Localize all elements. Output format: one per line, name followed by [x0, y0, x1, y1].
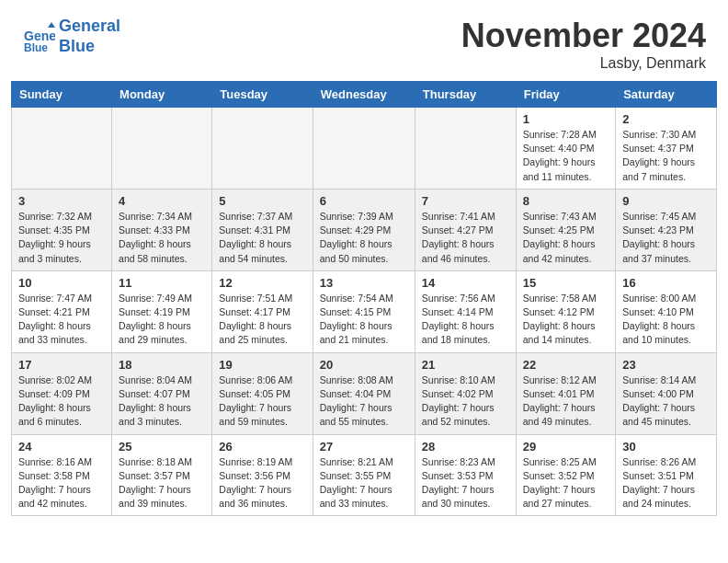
day-number: 1: [523, 112, 609, 126]
day-number: 21: [422, 358, 509, 372]
calendar-week-row: 10Sunrise: 7:47 AM Sunset: 4:21 PM Dayli…: [12, 270, 717, 352]
day-info: Sunrise: 8:00 AM Sunset: 4:10 PM Dayligh…: [622, 292, 710, 348]
page-header: General Blue General Blue November 2024 …: [0, 0, 728, 81]
day-info: Sunrise: 7:43 AM Sunset: 4:25 PM Dayligh…: [523, 210, 609, 266]
day-info: Sunrise: 7:30 AM Sunset: 4:37 PM Dayligh…: [622, 128, 710, 184]
calendar-cell: [112, 108, 212, 190]
weekday-header: Friday: [516, 82, 615, 108]
calendar-cell: 22Sunrise: 8:12 AM Sunset: 4:01 PM Dayli…: [516, 352, 615, 434]
calendar-cell: 28Sunrise: 8:23 AM Sunset: 3:53 PM Dayli…: [415, 434, 516, 516]
weekday-header: Wednesday: [313, 82, 415, 108]
svg-text:Blue: Blue: [24, 41, 48, 53]
day-info: Sunrise: 8:04 AM Sunset: 4:07 PM Dayligh…: [119, 373, 205, 430]
calendar-cell: 17Sunrise: 8:02 AM Sunset: 4:09 PM Dayli…: [12, 352, 112, 434]
day-number: 15: [523, 276, 609, 290]
day-info: Sunrise: 7:34 AM Sunset: 4:33 PM Dayligh…: [119, 210, 205, 266]
calendar-cell: 11Sunrise: 7:49 AM Sunset: 4:19 PM Dayli…: [112, 270, 212, 352]
logo: General Blue General Blue: [22, 17, 120, 56]
day-info: Sunrise: 7:41 AM Sunset: 4:27 PM Dayligh…: [422, 210, 509, 266]
day-info: Sunrise: 7:51 AM Sunset: 4:17 PM Dayligh…: [219, 292, 305, 348]
day-info: Sunrise: 7:58 AM Sunset: 4:12 PM Dayligh…: [523, 292, 609, 348]
day-info: Sunrise: 8:19 AM Sunset: 3:56 PM Dayligh…: [219, 455, 305, 511]
calendar-cell: 13Sunrise: 7:54 AM Sunset: 4:15 PM Dayli…: [313, 270, 415, 352]
day-info: Sunrise: 8:02 AM Sunset: 4:09 PM Dayligh…: [18, 373, 105, 430]
day-number: 20: [320, 358, 408, 372]
day-number: 11: [119, 276, 205, 290]
day-number: 18: [119, 358, 205, 372]
day-number: 22: [523, 358, 609, 372]
location: Lasby, Denmark: [461, 55, 706, 72]
day-number: 2: [622, 112, 710, 126]
day-info: Sunrise: 7:45 AM Sunset: 4:23 PM Dayligh…: [622, 210, 710, 266]
day-number: 12: [219, 276, 305, 290]
day-number: 9: [622, 194, 710, 208]
calendar-cell: 9Sunrise: 7:45 AM Sunset: 4:23 PM Daylig…: [616, 189, 717, 270]
day-number: 17: [18, 358, 105, 372]
day-info: Sunrise: 8:12 AM Sunset: 4:01 PM Dayligh…: [523, 373, 609, 430]
calendar-cell: 14Sunrise: 7:56 AM Sunset: 4:14 PM Dayli…: [415, 270, 516, 352]
weekday-header: Sunday: [12, 82, 112, 108]
calendar-cell: 10Sunrise: 7:47 AM Sunset: 4:21 PM Dayli…: [12, 270, 112, 352]
calendar-container: SundayMondayTuesdayWednesdayThursdayFrid…: [0, 81, 728, 527]
calendar-cell: 8Sunrise: 7:43 AM Sunset: 4:25 PM Daylig…: [516, 189, 615, 270]
day-number: 19: [219, 358, 305, 372]
day-info: Sunrise: 7:28 AM Sunset: 4:40 PM Dayligh…: [523, 128, 609, 184]
calendar-cell: [212, 108, 313, 190]
calendar-week-row: 3Sunrise: 7:32 AM Sunset: 4:35 PM Daylig…: [12, 189, 717, 270]
month-title: November 2024: [461, 17, 706, 55]
calendar-cell: [415, 108, 516, 190]
calendar-cell: 20Sunrise: 8:08 AM Sunset: 4:04 PM Dayli…: [313, 352, 415, 434]
day-number: 30: [622, 440, 710, 454]
day-info: Sunrise: 8:21 AM Sunset: 3:55 PM Dayligh…: [320, 455, 408, 511]
calendar-cell: [313, 108, 415, 190]
calendar-cell: 2Sunrise: 7:30 AM Sunset: 4:37 PM Daylig…: [616, 108, 717, 190]
day-info: Sunrise: 8:14 AM Sunset: 4:00 PM Dayligh…: [622, 373, 710, 430]
day-info: Sunrise: 7:39 AM Sunset: 4:29 PM Dayligh…: [320, 210, 408, 266]
day-number: 6: [320, 194, 408, 208]
day-number: 16: [622, 276, 710, 290]
calendar-cell: 18Sunrise: 8:04 AM Sunset: 4:07 PM Dayli…: [112, 352, 212, 434]
day-number: 29: [523, 440, 609, 454]
calendar-cell: 12Sunrise: 7:51 AM Sunset: 4:17 PM Dayli…: [212, 270, 313, 352]
day-info: Sunrise: 8:26 AM Sunset: 3:51 PM Dayligh…: [622, 455, 710, 511]
day-info: Sunrise: 8:25 AM Sunset: 3:52 PM Dayligh…: [523, 455, 609, 511]
calendar-cell: 19Sunrise: 8:06 AM Sunset: 4:05 PM Dayli…: [212, 352, 313, 434]
calendar-cell: 25Sunrise: 8:18 AM Sunset: 3:57 PM Dayli…: [112, 434, 212, 516]
day-number: 5: [219, 194, 305, 208]
calendar-cell: 29Sunrise: 8:25 AM Sunset: 3:52 PM Dayli…: [516, 434, 615, 516]
day-info: Sunrise: 8:18 AM Sunset: 3:57 PM Dayligh…: [119, 455, 205, 511]
day-number: 28: [422, 440, 509, 454]
calendar-cell: 6Sunrise: 7:39 AM Sunset: 4:29 PM Daylig…: [313, 189, 415, 270]
day-info: Sunrise: 8:10 AM Sunset: 4:02 PM Dayligh…: [422, 373, 509, 430]
day-number: 8: [523, 194, 609, 208]
logo-general: General: [59, 17, 120, 37]
calendar-week-row: 24Sunrise: 8:16 AM Sunset: 3:58 PM Dayli…: [12, 434, 717, 516]
day-number: 13: [320, 276, 408, 290]
calendar-cell: 26Sunrise: 8:19 AM Sunset: 3:56 PM Dayli…: [212, 434, 313, 516]
calendar-header-row: SundayMondayTuesdayWednesdayThursdayFrid…: [12, 82, 717, 108]
day-number: 3: [18, 194, 105, 208]
day-info: Sunrise: 7:32 AM Sunset: 4:35 PM Dayligh…: [18, 210, 105, 266]
svg-marker-2: [48, 22, 55, 28]
calendar-cell: 21Sunrise: 8:10 AM Sunset: 4:02 PM Dayli…: [415, 352, 516, 434]
day-info: Sunrise: 7:37 AM Sunset: 4:31 PM Dayligh…: [219, 210, 305, 266]
calendar-cell: 7Sunrise: 7:41 AM Sunset: 4:27 PM Daylig…: [415, 189, 516, 270]
day-info: Sunrise: 8:08 AM Sunset: 4:04 PM Dayligh…: [320, 373, 408, 430]
calendar-table: SundayMondayTuesdayWednesdayThursdayFrid…: [11, 81, 717, 516]
day-number: 4: [119, 194, 205, 208]
day-info: Sunrise: 7:54 AM Sunset: 4:15 PM Dayligh…: [320, 292, 408, 348]
day-info: Sunrise: 8:16 AM Sunset: 3:58 PM Dayligh…: [18, 455, 105, 511]
calendar-week-row: 1Sunrise: 7:28 AM Sunset: 4:40 PM Daylig…: [12, 108, 717, 190]
day-number: 24: [18, 440, 105, 454]
calendar-cell: 15Sunrise: 7:58 AM Sunset: 4:12 PM Dayli…: [516, 270, 615, 352]
title-block: November 2024 Lasby, Denmark: [461, 17, 706, 72]
calendar-cell: [12, 108, 112, 190]
calendar-cell: 30Sunrise: 8:26 AM Sunset: 3:51 PM Dayli…: [616, 434, 717, 516]
day-number: 27: [320, 440, 408, 454]
day-info: Sunrise: 7:49 AM Sunset: 4:19 PM Dayligh…: [119, 292, 205, 348]
day-info: Sunrise: 7:56 AM Sunset: 4:14 PM Dayligh…: [422, 292, 509, 348]
calendar-cell: 5Sunrise: 7:37 AM Sunset: 4:31 PM Daylig…: [212, 189, 313, 270]
weekday-header: Monday: [112, 82, 212, 108]
calendar-cell: 3Sunrise: 7:32 AM Sunset: 4:35 PM Daylig…: [12, 189, 112, 270]
calendar-cell: 23Sunrise: 8:14 AM Sunset: 4:00 PM Dayli…: [616, 352, 717, 434]
